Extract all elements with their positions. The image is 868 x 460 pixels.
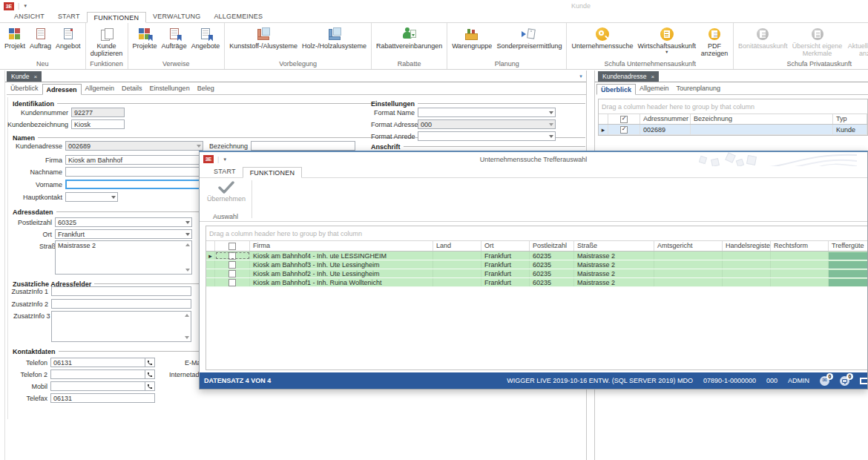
bezeichnung-input[interactable] <box>251 141 355 151</box>
chevron-down-icon[interactable]: ▼ <box>665 50 668 55</box>
ribbon-item-bonitätsauskunft[interactable]: Bonitätsauskunft <box>736 25 790 50</box>
ribbon-item-unternehmenssuche[interactable]: Unternehmenssuche <box>569 25 635 50</box>
chevron-down-icon[interactable] <box>184 218 191 226</box>
checkbox-icon[interactable] <box>228 270 236 277</box>
treffer-row-3[interactable]: Kiosk am Bahnhof2 - Inh. Ute Lessingheim… <box>206 269 868 278</box>
vorname-input[interactable] <box>65 180 203 189</box>
ribbon-item-projekt[interactable]: Projekt <box>2 25 27 50</box>
ribbon-item-holz-holzalusysteme[interactable]: Holz-/Holzalusysteme <box>300 25 369 50</box>
mail-status-icon[interactable]: ✉0 <box>820 376 829 386</box>
column-header-rechtsform[interactable]: Rechtsform <box>771 241 829 251</box>
column-header-adressnummer[interactable]: Adressnummer <box>640 114 691 124</box>
group-by-band[interactable]: Drag a column header here to group by th… <box>206 226 868 241</box>
ort-combo[interactable]: Frankfurt <box>55 229 192 239</box>
column-header-treffergüte[interactable]: Treffergüte <box>829 241 868 251</box>
ribbon-tab-ansicht[interactable]: ANSICHT <box>7 11 51 22</box>
ribbon-item-pdf-anzeigen[interactable]: PDF anzeigen <box>698 25 731 57</box>
close-tab-icon[interactable]: × <box>34 73 38 80</box>
row-checkbox[interactable] <box>608 125 640 134</box>
ribbon-tab-start[interactable]: START <box>51 11 87 22</box>
subtab-beleg[interactable]: Beleg <box>194 83 218 94</box>
column-header-ort[interactable]: Ort <box>481 241 530 251</box>
ribbon-item-projekte[interactable]: Projekte <box>131 25 160 50</box>
select-all-checkbox[interactable] <box>215 241 250 251</box>
strasse-textarea[interactable]: Maistrasse 2 <box>55 240 192 275</box>
telefon2-input[interactable] <box>50 369 145 379</box>
telefax-input[interactable]: 06131 <box>50 393 155 403</box>
column-header-firma[interactable]: Firma <box>250 241 433 251</box>
checkbox-icon[interactable] <box>228 279 236 286</box>
chevron-down-icon[interactable] <box>110 193 117 201</box>
ribbon-tab-allgemeines[interactable]: ALLGEMEINES <box>207 11 269 22</box>
subtab-einstellungen[interactable]: Einstellungen <box>146 83 194 94</box>
tab-list-dropdown-icon[interactable]: ▼ <box>579 74 583 79</box>
ribbon-item-angebot[interactable]: Angebot <box>53 25 83 50</box>
scroll-down-icon[interactable] <box>185 336 189 339</box>
tab-kundenadresse[interactable]: Kundenadresse × <box>598 71 659 82</box>
checkbox-icon[interactable] <box>620 126 628 134</box>
monitor-icon[interactable] <box>860 378 868 384</box>
column-header-typ[interactable]: Typ <box>833 114 867 124</box>
chevron-down-icon[interactable] <box>184 230 191 238</box>
quick-access-dropdown-icon[interactable]: ▼ <box>223 157 227 162</box>
scroll-up-icon[interactable] <box>185 314 189 317</box>
uebernehmen-button[interactable]: Übernehmen <box>207 181 246 212</box>
adr-subtab-allgemein[interactable]: Allgemein <box>636 83 673 94</box>
quick-access-dropdown-icon[interactable]: ▼ <box>23 4 27 8</box>
mobil-input[interactable] <box>50 381 145 391</box>
adr-subtab-überblick[interactable]: Überblick <box>596 84 636 95</box>
ribbon-item-auftrag[interactable]: Auftrag <box>27 25 53 50</box>
tab-kunde[interactable]: Kunde × <box>7 71 42 82</box>
firma-input[interactable]: Kiosk am Bahnhof <box>65 155 203 165</box>
chevron-down-icon[interactable] <box>548 132 555 140</box>
subtab-überblick[interactable]: Überblick <box>7 83 42 94</box>
column-header-bezeichnung[interactable]: Bezeichnung <box>691 114 833 124</box>
group-by-band[interactable]: Drag a column header here to group by th… <box>599 99 867 114</box>
close-tab-icon[interactable]: × <box>651 73 655 80</box>
checkbox-icon[interactable] <box>228 261 236 269</box>
row-checkbox[interactable] <box>215 252 250 260</box>
checkbox-icon[interactable] <box>228 243 236 250</box>
scroll-up-icon[interactable] <box>185 243 190 246</box>
zusatzinfo3-textarea[interactable] <box>51 311 191 342</box>
popup-tab-funktionen[interactable]: FUNKTIONEN <box>243 167 303 178</box>
subtab-details[interactable]: Details <box>118 83 146 94</box>
ribbon-item-kunde-duplizieren[interactable]: Kunde duplizieren <box>88 25 125 57</box>
ribbon-item-kunststoff-alusysteme[interactable]: Kunststoff-/Alusysteme <box>227 25 300 50</box>
telefon-input[interactable]: 06131 <box>50 358 145 367</box>
ribbon-tab-verwaltung[interactable]: VERWALTUNG <box>146 11 207 22</box>
ribbon-item-aufträge[interactable]: Aufträge <box>160 25 189 50</box>
dial-telefon2-button[interactable] <box>145 369 155 379</box>
ribbon-item-sonderpreisermittlung[interactable]: Sonderpreisermittlung <box>494 25 564 50</box>
treffer-row-4[interactable]: Kiosk am Bahnhof1 - Inh. Ruina Wolltenic… <box>206 278 868 287</box>
format-adresse-combo[interactable]: 000 <box>418 119 556 129</box>
dial-mobil-button[interactable] <box>145 381 155 391</box>
treffer-row-2[interactable]: Kiosk am Bahnhof3 - Inh. Ute Lessingheim… <box>206 260 868 269</box>
column-header-straße[interactable]: Straße <box>574 241 654 251</box>
row-checkbox[interactable] <box>215 278 250 286</box>
adr-subtab-tourenplanung[interactable]: Tourenplanung <box>673 83 725 94</box>
scroll-down-icon[interactable] <box>185 269 190 272</box>
ribbon-item-aktuelles-scoring-anzeige[interactable]: Aktuelles Scoring anzeige... <box>845 25 868 57</box>
column-header-postleitzahl[interactable]: Postleitzahl <box>530 241 574 251</box>
ribbon-item-übersicht-eigene-merkmale[interactable]: Übersicht eigene Merkmale <box>790 25 845 57</box>
zusatzinfo1-input[interactable] <box>51 286 191 296</box>
dial-telefon-button[interactable] <box>145 358 155 367</box>
checkbox-icon[interactable] <box>620 116 628 123</box>
popup-tab-start[interactable]: START <box>207 166 243 177</box>
postleitzahl-combo[interactable]: 60325 <box>55 217 192 227</box>
chevron-down-icon[interactable] <box>548 108 555 116</box>
chevron-down-icon[interactable] <box>548 120 555 128</box>
kundennummer-input[interactable]: 92277 <box>71 108 125 117</box>
row-checkbox[interactable] <box>215 269 250 277</box>
checkbox-icon[interactable] <box>228 252 236 260</box>
nachname-input[interactable] <box>65 167 203 177</box>
row-checkbox[interactable] <box>215 260 250 269</box>
column-header-handelsregister[interactable]: Handelsregister <box>723 241 771 251</box>
subtab-allgemein[interactable]: Allgemein <box>82 83 119 94</box>
zusatzinfo2-input[interactable] <box>51 299 191 309</box>
select-all-checkbox[interactable] <box>608 114 640 124</box>
subtab-adressen[interactable]: Adressen <box>42 84 82 95</box>
column-header-land[interactable]: Land <box>433 241 481 251</box>
column-header-amtsgericht[interactable]: Amtsgericht <box>654 241 723 251</box>
